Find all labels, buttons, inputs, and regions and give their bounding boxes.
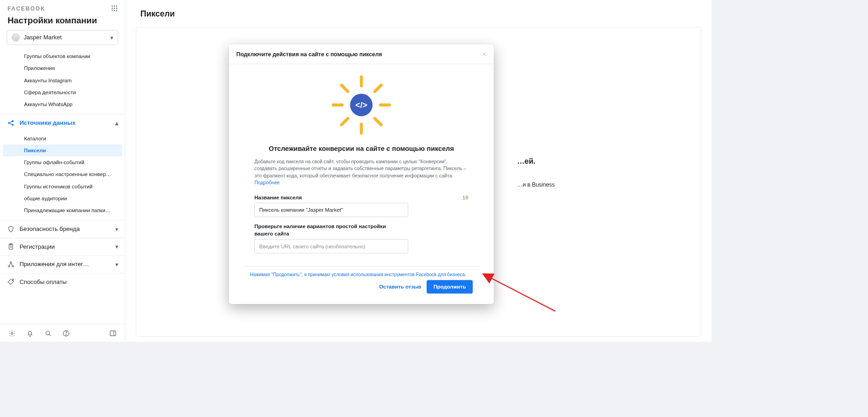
price-tag-icon [7,278,15,285]
sidebar-item-business-creative-folders[interactable]: Принадлежащие компании папки… [3,204,122,216]
sidebar-item-event-source-groups[interactable]: Группы источников событий [3,180,122,192]
bell-icon[interactable] [26,329,33,337]
company-selector[interactable]: Jasper Market [7,30,119,45]
pixel-name-input[interactable] [254,203,408,217]
modal-title: Подключите действия на сайте с помощью п… [237,51,382,57]
chevron-down-icon [115,243,119,251]
pixel-name-label: Название пикселя [254,195,302,201]
svg-point-14 [8,265,10,267]
brand-logo: FACEBOOK [7,5,117,11]
sidebar-item-line-of-business[interactable]: Сфера деятельности [3,86,122,98]
learn-more-link[interactable]: Подробнее [254,180,280,185]
svg-point-4 [114,8,115,9]
svg-line-29 [341,118,348,125]
page-title: Пиксели [125,0,712,22]
apps-grid-icon[interactable] [111,5,118,12]
svg-line-27 [341,85,348,91]
sidebar-item-company-object-groups[interactable]: Группы объектов компании [3,50,122,62]
integration-icon [7,261,15,268]
svg-point-11 [12,124,14,126]
svg-rect-22 [110,331,116,336]
svg-point-15 [12,265,13,267]
sidebar-cat-integrations[interactable]: Приложения для интег… [0,255,125,273]
sidebar-cat-label: Приложения для интег… [20,261,89,268]
site-url-input[interactable] [254,239,408,253]
leave-feedback-button[interactable]: Оставить отзыв [379,284,421,290]
chevron-up-icon [115,119,119,127]
background-heading-fragment: …ей. [517,157,535,166]
svg-point-5 [116,8,118,9]
svg-point-19 [46,331,49,335]
sidebar-item-instagram-accounts[interactable]: Аккаунты Instagram [3,74,122,86]
svg-point-8 [116,10,118,11]
svg-point-6 [112,10,113,11]
svg-point-21 [66,334,66,335]
svg-line-28 [375,118,381,125]
sidebar-cat-label: Безопасность бренда [20,226,80,233]
background-text-fragment: …и в Business [517,181,555,187]
sidebar-cat-registrations[interactable]: Регистрации [0,238,125,256]
sidebar-cat-label: Источники данных [20,120,76,127]
svg-point-10 [12,120,14,122]
company-name: Jasper Market [24,34,62,41]
svg-point-17 [12,280,13,281]
sidebar-item-pixels[interactable]: Пиксели [3,144,122,156]
svg-point-0 [112,5,113,7]
company-avatar [11,33,20,42]
svg-point-1 [114,5,115,7]
continue-button[interactable]: Продолжить [426,280,473,294]
sidebar-cat-data-sources[interactable]: Источники данных [0,114,125,132]
share-nodes-icon [7,119,15,127]
pixel-hero-illustration: </> [243,73,480,141]
svg-point-7 [114,10,115,11]
chevron-down-icon [115,225,119,233]
modal-description: Добавьте код пикселя на свой сайт, чтобы… [254,158,468,187]
search-icon[interactable] [44,329,52,337]
chevron-down-icon [110,34,113,41]
sidebar-cat-label: Регистрации [20,243,55,250]
sidebar-item-offline-event-sets[interactable]: Группы офлайн-событий [3,156,122,168]
create-pixel-modal: Подключите действия на сайте с помощью п… [229,44,494,304]
shield-icon [7,225,15,233]
sidebar-item-whatsapp-accounts[interactable]: Аккаунты WhatsApp [3,98,122,110]
char-counter: 18 [463,195,469,201]
sidebar-cat-payments[interactable]: Способы оплаты [0,273,125,291]
sidebar-item-catalogs[interactable]: Каталоги [3,132,122,144]
sidebar-item-applications[interactable]: Приложения [3,62,122,74]
clipboard-icon [7,243,15,250]
sidebar-cat-label: Способы оплаты [20,278,67,285]
page-settings-title: Настройки компании [0,14,125,30]
sidebar-footer [0,324,125,342]
svg-point-3 [112,8,113,9]
svg-text:</>: </> [356,101,367,110]
collapse-sidebar-icon[interactable] [109,329,117,337]
sidebar-item-custom-conversions[interactable]: Специально настроенные конвер… [3,168,122,180]
gear-icon[interactable] [8,329,16,337]
chevron-down-icon [115,261,119,268]
svg-point-18 [11,332,13,334]
modal-subtitle: Отслеживайте конверсии на сайте с помощь… [243,145,480,153]
sidebar-item-shared-audiences[interactable]: общие аудитории [3,192,122,204]
close-icon[interactable]: × [482,50,486,58]
terms-link[interactable]: Нажимая "Продолжить", я принимаю условия… [250,272,473,277]
sidebar-cat-brand-safety[interactable]: Безопасность бренда [0,220,125,238]
sidebar: FACEBOOK Настройки компании Jasper Marke… [0,0,125,342]
site-url-label: Проверьте наличие вариантов простой наст… [254,223,397,237]
svg-point-2 [116,5,118,7]
svg-line-30 [375,85,381,91]
help-icon[interactable] [62,329,70,337]
